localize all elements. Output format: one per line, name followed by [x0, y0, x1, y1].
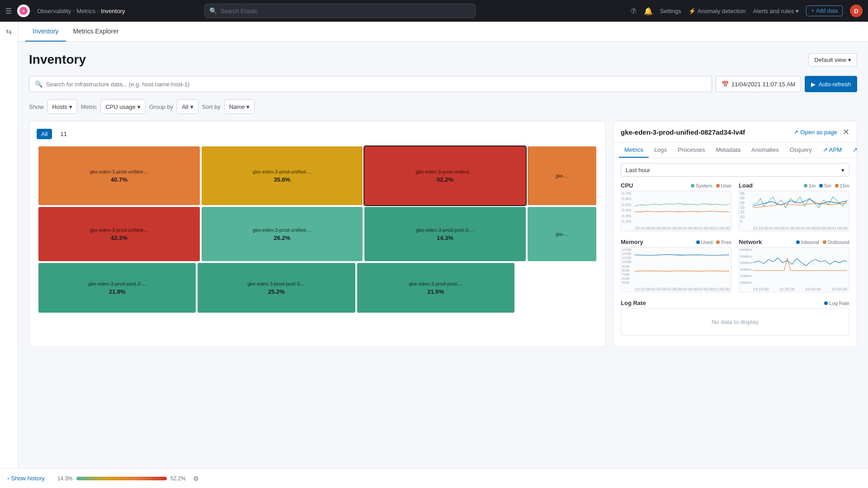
- chevron-down-icon: ▾: [69, 103, 72, 110]
- show-history-link[interactable]: › Show history: [7, 475, 45, 482]
- infrastructure-search-input[interactable]: [46, 81, 706, 88]
- charts-row-1: CPU System User: [621, 182, 849, 231]
- sortby-dropdown[interactable]: Name ▾: [224, 99, 255, 114]
- tab-inventory[interactable]: Inventory: [25, 22, 66, 42]
- treemap-row-3: gke-eden-3-prod-pool-3-... 21.9% gke-ede…: [38, 263, 596, 313]
- alerts-rules-button[interactable]: Alerts and rules ▾: [753, 8, 799, 14]
- tab-uptime[interactable]: ↗ Uptime: [847, 143, 857, 158]
- search-icon: 🔍: [209, 7, 217, 14]
- tab-metrics-explorer-label: Metrics Explorer: [73, 28, 119, 35]
- help-icon[interactable]: ⑦: [630, 7, 637, 15]
- hamburger-menu[interactable]: ☰: [5, 7, 12, 15]
- infrastructure-search[interactable]: 🔍: [29, 76, 712, 92]
- memory-chart-area: 13GB12GB11GB10GB9GB8GB7GB6GB5GB 10:10:00…: [621, 247, 731, 292]
- cpu-chart-svg: [635, 192, 729, 214]
- notifications-icon[interactable]: 🔔: [644, 7, 653, 15]
- treemap-cell-5[interactable]: gke-eden-3-prod-unified-... 26.2%: [202, 207, 363, 261]
- tab-osquery[interactable]: Osquery: [784, 143, 817, 158]
- side-panel: gke-eden-3-prod-unified-0827ad34-lv4f ↗ …: [613, 121, 857, 347]
- memory-legend-free: Free: [716, 239, 731, 245]
- lograte-header: Log Rate Log Rate: [621, 300, 849, 306]
- treemap-container: All 11 gke-eden-3-prod-unified-... 40.7%…: [29, 121, 606, 347]
- side-panel-tabs: Metrics Logs Processes Metadata Anomalie…: [613, 143, 857, 158]
- tab-metadata[interactable]: Metadata: [711, 143, 746, 158]
- settings-button[interactable]: Settings: [660, 8, 681, 14]
- treemap-row-1: gke-eden-3-prod-unified-... 40.7% gke-ed…: [38, 146, 596, 205]
- memory-chart-header: Memory Used Free: [621, 239, 731, 245]
- memory-xaxis: 10:10:0010:20:0010:30:0010:40:0010:50:00…: [635, 287, 729, 291]
- treemap-cell-0[interactable]: gke-eden-3-prod-unified-... 40.7%: [38, 146, 200, 205]
- side-panel-actions: ↗ Open as page ✕: [793, 127, 849, 137]
- nav-right-actions: ⑦ 🔔 Settings ⚡ Anomaly detection Alerts …: [630, 5, 863, 17]
- charts-row-2: Memory Used Free: [621, 239, 849, 292]
- load-legend-15m: 15m: [835, 183, 849, 188]
- network-inbound-dot: [796, 240, 800, 244]
- treemap-cell-3[interactable]: gke-...: [528, 146, 596, 205]
- load-legend: 1m 5m 15m: [804, 183, 849, 188]
- tab-metrics[interactable]: Metrics: [619, 143, 649, 158]
- tab-metrics-explorer[interactable]: Metrics Explorer: [66, 22, 126, 42]
- load-chart-area: 3530252015105 10:10:00: [739, 191, 849, 231]
- treemap-cell-7[interactable]: gke-...: [528, 207, 596, 261]
- bottom-bar: › Show history 14.3% 52.2% ⚙: [0, 468, 868, 488]
- cpu-chart-area: 0.7%0.6%0.5%0.4%0.3%0.2% 10:10:0010:20:0…: [621, 191, 731, 231]
- breadcrumb-inventory[interactable]: Inventory: [101, 8, 125, 14]
- groupby-dropdown[interactable]: All ▾: [177, 99, 198, 114]
- breadcrumb: Observability › Metrics › Inventory: [37, 8, 125, 14]
- cpu-legend: System User: [691, 183, 731, 188]
- anomaly-detection-button[interactable]: ⚡ Anomaly detection: [689, 8, 746, 14]
- load-5m-dot: [819, 184, 823, 188]
- memory-chart-block: Memory Used Free: [621, 239, 731, 292]
- tab-anomalies[interactable]: Anomalies: [746, 143, 784, 158]
- breadcrumb-sep-1: ›: [73, 8, 75, 14]
- cpu-chart-header: CPU System User: [621, 182, 731, 189]
- tab-processes[interactable]: Processes: [672, 143, 711, 158]
- treemap-cell-8[interactable]: gke-eden-3-prod-pool-3-... 21.9%: [38, 263, 196, 313]
- treemap-cell-1[interactable]: gke-eden-3-prod-unified-... 35.6%: [202, 146, 363, 205]
- close-panel-button[interactable]: ✕: [843, 127, 849, 137]
- page-header: Inventory Default view ▾: [29, 52, 857, 67]
- chevron-down-icon: ▾: [190, 103, 193, 110]
- tab-apm[interactable]: ↗ APM: [817, 143, 847, 158]
- external-link-icon-apm: ↗: [823, 146, 828, 153]
- load-chart-block: Load 1m 5m: [739, 182, 849, 231]
- elastic-logo[interactable]: e: [17, 5, 30, 17]
- load-chart-svg: [753, 192, 847, 214]
- memory-chart-svg: [635, 249, 729, 274]
- treemap-cell-10[interactable]: gke-eden-3-prod-pool-... 21.5%: [357, 263, 514, 313]
- hosts-dropdown[interactable]: Hosts ▾: [47, 99, 77, 114]
- treemap-grid: gke-eden-3-prod-unified-... 40.7% gke-ed…: [37, 145, 598, 314]
- memory-used-dot: [696, 240, 700, 244]
- default-view-button[interactable]: Default view ▾: [808, 53, 857, 66]
- elastic-icon: e: [19, 6, 28, 15]
- open-as-page-link[interactable]: ↗ Open as page: [793, 129, 837, 136]
- auto-refresh-button[interactable]: ▶ Auto-refresh: [805, 76, 857, 92]
- treemap-cell-6[interactable]: gke-eden-3-prod-pool-3-... 14.3%: [364, 207, 526, 261]
- user-avatar[interactable]: D: [850, 5, 863, 17]
- treemap-tab-count[interactable]: 11: [56, 129, 71, 139]
- anomaly-icon: ⚡: [689, 8, 696, 14]
- scale-settings-icon[interactable]: ⚙: [193, 475, 199, 482]
- add-data-button[interactable]: + Add data: [806, 5, 843, 16]
- sidebar-collapse-icon[interactable]: ⇆: [6, 27, 12, 36]
- auto-refresh-label: Auto-refresh: [818, 81, 851, 88]
- lograte-dot: [824, 301, 828, 305]
- network-legend-inbound: Inbound: [796, 239, 819, 245]
- load-chart-title: Load: [739, 182, 753, 189]
- datetime-picker[interactable]: 📅 11/04/2021 11:07:15 AM: [716, 76, 802, 92]
- treemap-cell-9[interactable]: gke-eden-3-prod-pool-3-... 25.2%: [198, 263, 355, 313]
- breadcrumb-observability[interactable]: Observability: [37, 8, 71, 14]
- network-chart-title: Network: [739, 239, 762, 245]
- treemap-tab-all[interactable]: All: [37, 129, 52, 139]
- treemap-cell-2[interactable]: gke-eden-3-prod-unified-... 52.2%: [364, 146, 526, 205]
- breadcrumb-metrics[interactable]: Metrics: [76, 8, 95, 14]
- tab-logs[interactable]: Logs: [649, 143, 672, 158]
- calendar-icon: 📅: [722, 81, 729, 88]
- default-view-label: Default view: [814, 56, 846, 63]
- cpu-yaxis: 0.7%0.6%0.5%0.4%0.3%0.2%: [622, 191, 632, 224]
- treemap-cell-4[interactable]: gke-eden-3-prod-unified-... 43.3%: [38, 207, 200, 261]
- cpu-dropdown[interactable]: CPU usage ▾: [100, 99, 145, 114]
- global-search-input[interactable]: [221, 8, 471, 14]
- time-range-dropdown[interactable]: Last hour ▾: [621, 164, 849, 177]
- global-search-bar[interactable]: 🔍: [204, 4, 476, 18]
